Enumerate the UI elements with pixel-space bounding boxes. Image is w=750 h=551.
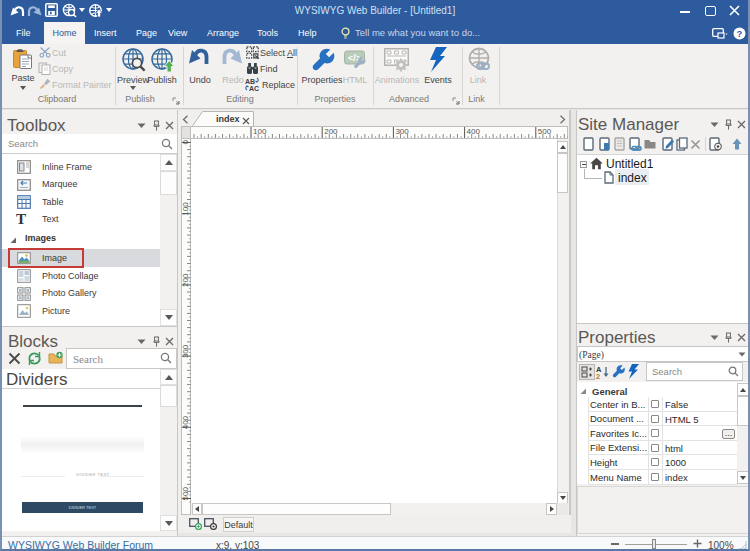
svg-text:500: 500 xyxy=(181,487,190,501)
svg-text:200: 200 xyxy=(181,273,190,287)
svg-text:0: 0 xyxy=(181,140,190,145)
svg-text:2: 2 xyxy=(596,372,600,379)
svg-text:400: 400 xyxy=(181,415,190,429)
svg-text:300: 300 xyxy=(181,344,190,358)
svg-text:AB: AB xyxy=(245,78,255,85)
svg-text:100: 100 xyxy=(181,202,190,216)
svg-text:?: ? xyxy=(737,28,743,39)
svg-text:AC: AC xyxy=(249,85,259,92)
